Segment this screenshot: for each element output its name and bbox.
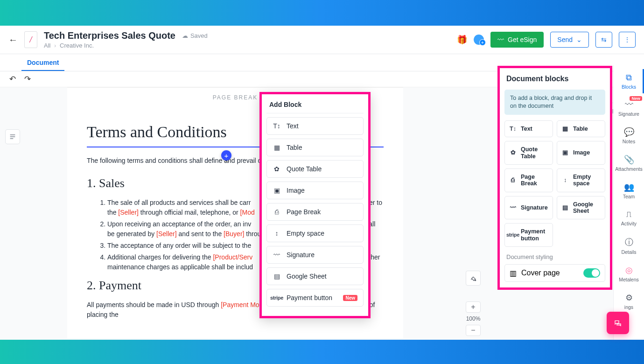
rail-settings[interactable]: ⚙ings <box>614 289 644 314</box>
google-sheet-icon: ▤ <box>273 273 281 280</box>
stripe-icon: stripe <box>273 295 281 301</box>
zoom-in-button[interactable]: + <box>466 301 481 313</box>
right-rail: ⧉Blocks New〰Signature 💬Notes 📎Attachment… <box>613 65 644 340</box>
block-payment-button[interactable]: stripePayment button <box>504 223 553 247</box>
chevron-down-icon: ⌄ <box>576 36 582 43</box>
theme-paint-button[interactable] <box>466 271 481 286</box>
empty-space-icon: ↕ <box>273 230 281 237</box>
image-icon: ▣ <box>561 149 569 156</box>
text-icon: T↕ <box>509 126 517 132</box>
team-icon: 👥 <box>624 182 634 192</box>
breadcrumb[interactable]: All › Creative Inc. <box>44 42 208 49</box>
attachments-icon: 📎 <box>624 154 634 165</box>
quote-table-icon: ✿ <box>273 165 281 173</box>
cover-page-toggle[interactable] <box>583 268 600 278</box>
image-icon: ▣ <box>273 187 281 194</box>
send-button[interactable]: Send ⌄ <box>550 32 589 48</box>
document-title[interactable]: Tech Enterprises Sales Quote <box>44 30 175 41</box>
document-blocks-panel: Document blocks To add a block, drag and… <box>497 66 612 290</box>
chat-icon <box>614 319 622 327</box>
undo-button[interactable]: ↶ <box>9 74 16 84</box>
zoom-out-button[interactable]: − <box>466 325 481 336</box>
add-block-fab[interactable]: + <box>221 150 231 161</box>
zoom-control: + 100% − <box>466 301 481 336</box>
rail-details[interactable]: ⓘDetails <box>614 233 644 259</box>
block-page-break[interactable]: ⎙Page Break <box>504 168 553 192</box>
breadcrumb-folder[interactable]: Creative Inc. <box>60 42 94 49</box>
add-block-empty-space[interactable]: ↕Empty space <box>266 224 364 242</box>
more-vertical-icon: ⋮ <box>624 36 630 43</box>
cover-page-icon: ▥ <box>510 269 517 278</box>
signature-icon: 〰 <box>497 36 504 43</box>
rail-metalens[interactable]: ◎Metalens <box>614 261 644 286</box>
signature-icon: 〰 <box>625 100 633 110</box>
styling-section-label: Document styling <box>506 253 605 260</box>
signature-icon: 〰 <box>509 204 517 211</box>
block-empty-space[interactable]: ↕Empty space <box>557 168 605 192</box>
add-block-google-sheet[interactable]: ▤Google Sheet <box>266 267 364 285</box>
add-block-table[interactable]: ▦Table <box>266 139 364 156</box>
notes-icon: 💬 <box>624 127 634 137</box>
paint-bucket-icon <box>469 274 477 282</box>
block-google-sheet[interactable]: ▤Google Sheet <box>557 196 605 220</box>
new-badge: New <box>343 295 357 301</box>
gift-icon[interactable]: 🎁 <box>457 35 467 45</box>
add-block-popover: Add Block T↕Text ▦Table ✿Quote Table ▣Im… <box>259 92 371 318</box>
settings-icon: ⚙ <box>625 293 633 303</box>
stripe-icon: stripe <box>509 232 517 238</box>
outline-icon <box>9 133 16 140</box>
signature-icon: 〰 <box>273 251 281 259</box>
empty-space-icon: ↕ <box>561 177 569 183</box>
text-icon: T↕ <box>273 122 281 130</box>
page-break-icon: ⎙ <box>273 208 281 216</box>
cover-page-label: Cover page <box>521 269 560 277</box>
add-block-signature[interactable]: 〰Signature <box>266 246 364 264</box>
send-label: Send <box>557 36 573 43</box>
document-thumbnail-icon: / <box>24 31 37 48</box>
block-text[interactable]: T↕Text <box>504 120 553 137</box>
cloud-icon: ☁ <box>182 32 188 39</box>
get-esign-label: Get eSign <box>508 36 537 43</box>
get-esign-button[interactable]: 〰 Get eSign <box>490 32 544 48</box>
block-table[interactable]: ▦Table <box>557 120 605 137</box>
rail-attachments[interactable]: 📎Attachments <box>614 151 644 175</box>
back-arrow[interactable]: ← <box>8 35 18 45</box>
add-block-quote-table[interactable]: ✿Quote Table <box>266 160 364 178</box>
app-header: ← / Tech Enterprises Sales Quote ☁ Saved… <box>0 26 644 54</box>
rail-team[interactable]: 👥Team <box>614 178 644 203</box>
saved-label: Saved <box>190 32 208 39</box>
rail-blocks[interactable]: ⧉Blocks <box>614 69 644 93</box>
activity-icon: ⎍ <box>626 210 631 219</box>
add-block-page-break[interactable]: ⎙Page Break <box>266 203 364 221</box>
svg-point-3 <box>475 280 476 281</box>
rail-signature[interactable]: New〰Signature <box>614 96 644 120</box>
block-signature[interactable]: 〰Signature <box>504 196 553 220</box>
metalens-icon: ◎ <box>625 265 633 275</box>
tab-document[interactable]: Document <box>21 54 64 71</box>
blocks-panel-title: Document blocks <box>504 74 605 84</box>
add-block-image[interactable]: ▣Image <box>266 182 364 199</box>
breadcrumb-root[interactable]: All <box>44 42 50 49</box>
more-menu-button[interactable]: ⋮ <box>619 32 636 48</box>
add-block-text[interactable]: T↕Text <box>266 117 364 135</box>
quote-table-icon: ✿ <box>509 149 517 156</box>
block-quote-table[interactable]: ✿Quote Table <box>504 141 553 165</box>
add-block-payment-button[interactable]: stripePayment buttonNew <box>266 289 364 307</box>
share-button[interactable]: ⇆ <box>595 32 612 48</box>
new-badge: New <box>630 96 642 101</box>
rail-notes[interactable]: 💬Notes <box>614 123 644 148</box>
blocks-panel-hint: To add a block, drag and drop it on the … <box>504 90 605 115</box>
blocks-icon: ⧉ <box>626 73 632 83</box>
add-block-title: Add Block <box>266 100 364 113</box>
redo-button[interactable]: ↷ <box>24 74 31 84</box>
details-icon: ⓘ <box>625 237 633 248</box>
zoom-percentage: 100% <box>466 315 481 322</box>
page-break-icon: ⎙ <box>509 177 517 183</box>
outline-toggle-button[interactable] <box>5 129 20 144</box>
add-user-avatar-icon[interactable] <box>474 35 484 45</box>
rail-activity[interactable]: ⎍Activity <box>614 206 644 230</box>
chat-fab[interactable] <box>607 312 629 334</box>
table-icon: ▦ <box>561 126 569 132</box>
saved-status: ☁ Saved <box>182 32 208 39</box>
block-image[interactable]: ▣Image <box>557 141 605 165</box>
